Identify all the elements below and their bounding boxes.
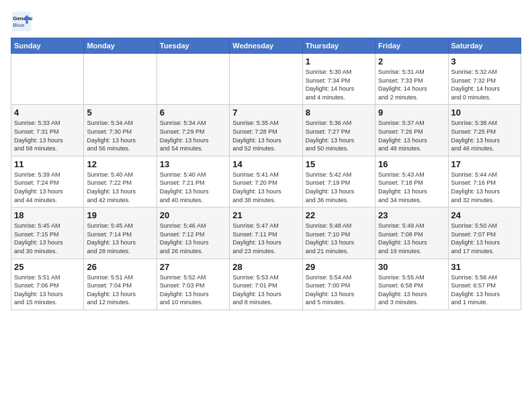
- day-info: Sunrise: 5:31 AMSunset: 7:33 PMDaylight:…: [378, 68, 445, 101]
- day-number: 15: [306, 159, 372, 169]
- calendar-cell: 14Sunrise: 5:41 AMSunset: 7:20 PMDayligh…: [230, 156, 302, 207]
- day-info: Sunrise: 5:55 AMSunset: 6:58 PMDaylight:…: [378, 273, 445, 307]
- calendar-cell: 27Sunrise: 5:52 AMSunset: 7:03 PMDayligh…: [157, 259, 229, 310]
- day-number: 30: [378, 262, 445, 272]
- day-number: 19: [87, 210, 153, 220]
- day-info: Sunrise: 5:52 AMSunset: 7:03 PMDaylight:…: [160, 273, 226, 307]
- calendar-cell: 4Sunrise: 5:33 AMSunset: 7:31 PMDaylight…: [11, 105, 84, 156]
- dow-header: Saturday: [448, 38, 521, 54]
- calendar-cell: 7Sunrise: 5:35 AMSunset: 7:28 PMDaylight…: [230, 105, 302, 156]
- calendar-cell: 13Sunrise: 5:40 AMSunset: 7:21 PMDayligh…: [157, 156, 229, 207]
- calendar-cell: 9Sunrise: 5:37 AMSunset: 7:26 PMDaylight…: [375, 105, 448, 156]
- calendar-week: 18Sunrise: 5:45 AMSunset: 7:15 PMDayligh…: [11, 208, 521, 259]
- calendar-cell: 24Sunrise: 5:50 AMSunset: 7:07 PMDayligh…: [448, 208, 521, 259]
- day-number: 8: [306, 107, 372, 118]
- day-info: Sunrise: 5:38 AMSunset: 7:25 PMDaylight:…: [451, 119, 518, 152]
- calendar-cell: 16Sunrise: 5:43 AMSunset: 7:18 PMDayligh…: [375, 156, 448, 207]
- day-number: 3: [451, 56, 518, 66]
- day-info: Sunrise: 5:51 AMSunset: 7:04 PMDaylight:…: [87, 273, 153, 307]
- day-info: Sunrise: 5:54 AMSunset: 7:00 PMDaylight:…: [306, 273, 372, 307]
- day-number: 29: [306, 262, 372, 272]
- logo-icon: General Blue: [11, 11, 32, 32]
- calendar-cell: 10Sunrise: 5:38 AMSunset: 7:25 PMDayligh…: [448, 105, 521, 156]
- day-number: 31: [451, 262, 518, 272]
- day-number: 5: [87, 107, 153, 118]
- calendar-week: 25Sunrise: 5:51 AMSunset: 7:06 PMDayligh…: [11, 259, 521, 310]
- day-number: 13: [160, 159, 226, 169]
- calendar-cell: 26Sunrise: 5:51 AMSunset: 7:04 PMDayligh…: [84, 259, 157, 310]
- dow-header: Wednesday: [230, 38, 302, 54]
- svg-text:Blue: Blue: [13, 22, 25, 28]
- day-number: 11: [14, 159, 81, 169]
- dow-header: Monday: [84, 38, 157, 54]
- calendar-cell: 31Sunrise: 5:56 AMSunset: 6:57 PMDayligh…: [448, 259, 521, 310]
- day-info: Sunrise: 5:30 AMSunset: 7:34 PMDaylight:…: [306, 68, 372, 101]
- day-number: 23: [378, 210, 445, 220]
- day-info: Sunrise: 5:39 AMSunset: 7:24 PMDaylight:…: [14, 171, 81, 204]
- calendar-cell: 3Sunrise: 5:32 AMSunset: 7:32 PMDaylight…: [448, 54, 521, 105]
- calendar-cell: 18Sunrise: 5:45 AMSunset: 7:15 PMDayligh…: [11, 208, 84, 259]
- day-number: 2: [378, 56, 445, 66]
- day-info: Sunrise: 5:43 AMSunset: 7:18 PMDaylight:…: [378, 171, 445, 204]
- dow-header: Sunday: [11, 38, 84, 54]
- calendar-cell: 22Sunrise: 5:48 AMSunset: 7:10 PMDayligh…: [302, 208, 375, 259]
- day-info: Sunrise: 5:46 AMSunset: 7:12 PMDaylight:…: [160, 222, 226, 255]
- calendar-cell: 17Sunrise: 5:44 AMSunset: 7:16 PMDayligh…: [448, 156, 521, 207]
- day-info: Sunrise: 5:50 AMSunset: 7:07 PMDaylight:…: [451, 222, 518, 255]
- calendar-cell: 21Sunrise: 5:47 AMSunset: 7:11 PMDayligh…: [230, 208, 302, 259]
- calendar-cell: 30Sunrise: 5:55 AMSunset: 6:58 PMDayligh…: [375, 259, 448, 310]
- day-info: Sunrise: 5:32 AMSunset: 7:32 PMDaylight:…: [451, 68, 518, 101]
- calendar-cell: [230, 54, 302, 105]
- day-number: 7: [232, 107, 299, 118]
- day-info: Sunrise: 5:34 AMSunset: 7:30 PMDaylight:…: [87, 119, 153, 152]
- day-number: 26: [87, 262, 153, 272]
- calendar-cell: 23Sunrise: 5:49 AMSunset: 7:08 PMDayligh…: [375, 208, 448, 259]
- day-info: Sunrise: 5:35 AMSunset: 7:28 PMDaylight:…: [232, 119, 299, 152]
- day-info: Sunrise: 5:33 AMSunset: 7:31 PMDaylight:…: [14, 119, 81, 152]
- calendar-cell: [11, 54, 84, 105]
- day-info: Sunrise: 5:53 AMSunset: 7:01 PMDaylight:…: [232, 273, 299, 307]
- calendar-cell: 29Sunrise: 5:54 AMSunset: 7:00 PMDayligh…: [302, 259, 375, 310]
- calendar-week: 4Sunrise: 5:33 AMSunset: 7:31 PMDaylight…: [11, 105, 521, 156]
- day-number: 20: [160, 210, 226, 220]
- calendar-cell: 1Sunrise: 5:30 AMSunset: 7:34 PMDaylight…: [302, 54, 375, 105]
- day-info: Sunrise: 5:48 AMSunset: 7:10 PMDaylight:…: [306, 222, 372, 255]
- calendar-cell: [157, 54, 229, 105]
- calendar-cell: 8Sunrise: 5:36 AMSunset: 7:27 PMDaylight…: [302, 105, 375, 156]
- day-info: Sunrise: 5:40 AMSunset: 7:22 PMDaylight:…: [87, 171, 153, 204]
- dow-header: Tuesday: [157, 38, 229, 54]
- day-number: 1: [306, 56, 372, 66]
- day-number: 22: [306, 210, 372, 220]
- calendar-cell: 11Sunrise: 5:39 AMSunset: 7:24 PMDayligh…: [11, 156, 84, 207]
- day-number: 12: [87, 159, 153, 169]
- day-info: Sunrise: 5:40 AMSunset: 7:21 PMDaylight:…: [160, 171, 226, 204]
- calendar-week: 11Sunrise: 5:39 AMSunset: 7:24 PMDayligh…: [11, 156, 521, 207]
- calendar-cell: 15Sunrise: 5:42 AMSunset: 7:19 PMDayligh…: [302, 156, 375, 207]
- day-info: Sunrise: 5:36 AMSunset: 7:27 PMDaylight:…: [306, 119, 372, 152]
- day-info: Sunrise: 5:47 AMSunset: 7:11 PMDaylight:…: [232, 222, 299, 255]
- calendar-table: SundayMondayTuesdayWednesdayThursdayFrid…: [11, 38, 521, 310]
- day-number: 16: [378, 159, 445, 169]
- calendar-body: 1Sunrise: 5:30 AMSunset: 7:34 PMDaylight…: [11, 54, 521, 310]
- day-number: 28: [232, 262, 299, 272]
- calendar-cell: 5Sunrise: 5:34 AMSunset: 7:30 PMDaylight…: [84, 105, 157, 156]
- day-number: 21: [232, 210, 299, 220]
- days-of-week-row: SundayMondayTuesdayWednesdayThursdayFrid…: [11, 38, 521, 54]
- day-number: 14: [232, 159, 299, 169]
- calendar-cell: 28Sunrise: 5:53 AMSunset: 7:01 PMDayligh…: [230, 259, 302, 310]
- dow-header: Friday: [375, 38, 448, 54]
- day-info: Sunrise: 5:45 AMSunset: 7:15 PMDaylight:…: [14, 222, 81, 255]
- day-info: Sunrise: 5:41 AMSunset: 7:20 PMDaylight:…: [232, 171, 299, 204]
- calendar-cell: 20Sunrise: 5:46 AMSunset: 7:12 PMDayligh…: [157, 208, 229, 259]
- day-number: 24: [451, 210, 518, 220]
- calendar-cell: 19Sunrise: 5:45 AMSunset: 7:14 PMDayligh…: [84, 208, 157, 259]
- calendar-cell: 12Sunrise: 5:40 AMSunset: 7:22 PMDayligh…: [84, 156, 157, 207]
- day-number: 9: [378, 107, 445, 118]
- day-info: Sunrise: 5:45 AMSunset: 7:14 PMDaylight:…: [87, 222, 153, 255]
- calendar-cell: 25Sunrise: 5:51 AMSunset: 7:06 PMDayligh…: [11, 259, 84, 310]
- calendar-week: 1Sunrise: 5:30 AMSunset: 7:34 PMDaylight…: [11, 54, 521, 105]
- day-number: 27: [160, 262, 226, 272]
- day-info: Sunrise: 5:37 AMSunset: 7:26 PMDaylight:…: [378, 119, 445, 152]
- day-number: 25: [14, 262, 81, 272]
- calendar-cell: 2Sunrise: 5:31 AMSunset: 7:33 PMDaylight…: [375, 54, 448, 105]
